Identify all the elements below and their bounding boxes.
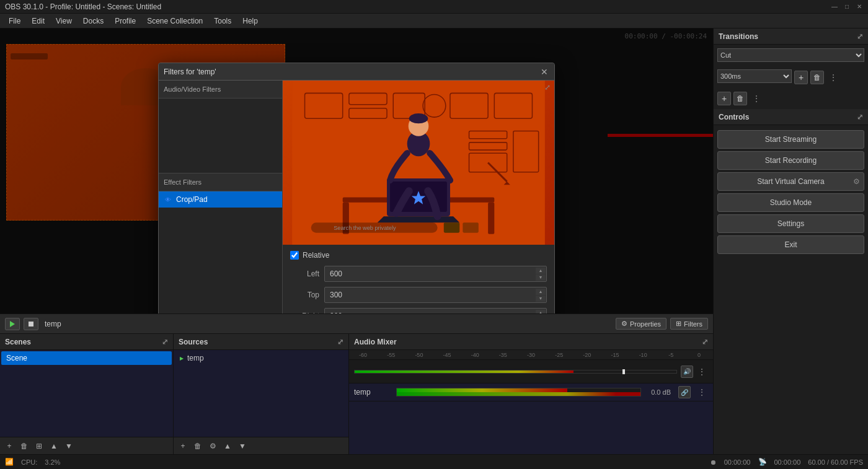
param-left-spin-up[interactable]: ▲ [536,268,546,274]
scene-add-button[interactable]: + [2,440,16,452]
virtual-camera-settings-icon[interactable]: ⚙ [851,177,861,186]
source-settings-button[interactable]: ⚙ [206,440,219,452]
filter-list-effect-content: 👁 Crop/Pad [159,191,282,313]
param-top-spinners: ▲ ▼ [536,287,546,303]
filter-close-button[interactable]: ✕ [539,67,549,77]
transitions-duration-select[interactable]: 300ms 500ms [717,69,792,83]
start-streaming-button[interactable]: Start Streaming [717,130,864,149]
settings-button[interactable]: Settings [717,214,864,233]
preview-expand-icon[interactable]: ⤢ [544,83,551,92]
param-left-label: Left [290,270,324,278]
start-recording-button[interactable]: Start Recording [717,151,864,170]
preview-section: Filters for 'temp' ✕ Audio/Video Filters… [0,28,713,313]
filter-list-audio-content [159,99,282,173]
svg-rect-27 [463,222,478,232]
audio-waveform-bar [354,370,677,374]
audio-mixer-panel: Audio Mixer ⤢ -60 -55 -50 -45 -40 [349,334,713,454]
stop-button[interactable] [24,318,38,330]
audio-more-button[interactable]: ⋮ [696,366,708,378]
scene-move-down-button[interactable]: ▼ [62,440,76,452]
maximize-button[interactable]: □ [843,3,851,11]
audio-mixer-content: -60 -55 -50 -45 -40 -35 -30 -25 -20 -15 … [349,350,713,454]
param-right-input[interactable] [324,308,547,313]
source-move-down-button[interactable]: ▼ [236,440,249,452]
audio-mixer-expand-icon[interactable]: ⤢ [702,338,708,346]
filter-preview-area: Search the web privately ⤢ [283,81,554,245]
svg-rect-26 [444,222,459,232]
source-move-up-button[interactable]: ▲ [221,440,234,452]
source-add-button[interactable]: + [176,440,190,452]
param-left-spin-down[interactable]: ▼ [536,274,546,281]
param-top-input[interactable] [324,287,547,303]
transitions-panel-label: Transitions [719,32,758,41]
audio-track-more-btn[interactable]: ⋮ [696,386,708,398]
transport-bar: temp ⚙ Properties ⊞ Filters [0,313,713,333]
studio-mode-button[interactable]: Studio Mode [717,193,864,212]
scenes-expand-icon[interactable]: ⤢ [162,338,168,346]
audio-mute-button[interactable]: 🔊 [681,366,693,378]
tick-0: 0 [685,352,713,358]
transitions-add-btn[interactable]: + [794,71,808,84]
play-button[interactable] [5,318,20,330]
titlebar-title: OBS 30.1.0 - Profile: Untitled - Scenes:… [5,2,161,11]
exit-button[interactable]: Exit [717,235,864,254]
filter-item-crop[interactable]: 👁 Crop/Pad [159,191,282,208]
param-right-spin-up[interactable]: ▲ [536,310,546,314]
start-virtual-camera-button[interactable]: Start Virtual Camera ⚙ [717,172,864,191]
close-button[interactable]: ✕ [856,3,863,11]
transitions-select[interactable]: Cut Fade Swipe [717,48,864,62]
controls-expand-icon[interactable]: ⤢ [857,113,863,121]
filter-dialog-titlebar: Filters for 'temp' ✕ [159,63,554,81]
tick--5: -5 [657,352,685,358]
param-left-input[interactable] [324,266,547,282]
transitions-more-btn[interactable]: ⋮ [826,71,840,84]
audio-track-settings-btn[interactable]: 🔗 [678,386,691,398]
filter-eye-icon[interactable]: 👁 [164,195,172,204]
filter-icon: ⊞ [676,320,681,328]
controls-header: Controls ⤢ [714,109,868,125]
menu-edit[interactable]: Edit [27,15,50,27]
remove-transition-btn[interactable]: 🗑 [733,92,747,105]
properties-button[interactable]: ⚙ Properties [616,318,666,330]
sources-toolbar: + 🗑 ⚙ ▲ ▼ [174,437,348,454]
add-transition-btn[interactable]: + [717,92,731,105]
scene-item-0[interactable]: Scene [1,351,172,365]
param-top-spin-down[interactable]: ▼ [536,296,546,302]
status-fps: 60.00 / 60.00 FPS [808,458,863,466]
bottom-section: Scenes ⤢ Scene + 🗑 ⊞ ▲ [0,333,713,454]
scene-item-label: Scene [6,354,27,362]
sources-panel: Sources ⤢ ▶ temp + 🗑 ⚙ [174,334,349,454]
param-left-row: Left ▲ ▼ [290,266,547,282]
menu-profile[interactable]: Profile [110,15,141,27]
source-delete-button[interactable]: 🗑 [191,440,205,452]
sources-expand-icon[interactable]: ⤢ [337,338,343,346]
filters-button[interactable]: ⊞ Filters [670,318,708,330]
relative-checkbox[interactable] [290,251,299,260]
menu-scene-collection[interactable]: Scene Collection [142,15,208,27]
param-top-label: Top [290,291,324,299]
status-stream-time: 00:00:00 [774,458,801,466]
filter-preview-image: Search the web privately ⤢ [283,81,554,245]
menu-tools[interactable]: Tools [209,15,236,27]
filter-item-label: Crop/Pad [176,195,208,204]
minimize-button[interactable]: — [831,3,838,11]
param-left-input-wrap: ▲ ▼ [324,266,547,282]
menu-help[interactable]: Help [237,15,263,27]
param-top-spin-up[interactable]: ▲ [536,289,546,295]
menu-file[interactable]: File [4,15,25,27]
menubar: File Edit View Docks Profile Scene Colle… [0,14,868,28]
audio-controls-right: 🔊 ⋮ [681,366,708,378]
transitions-delete-btn[interactable]: 🗑 [810,71,824,84]
audio-volume-handle[interactable] [622,369,625,374]
source-item-0[interactable]: ▶ temp [175,351,347,365]
scene-filter-button[interactable]: ⊞ [32,440,46,452]
audio-meter [396,388,641,397]
transitions-options-btn[interactable]: ⋮ [750,92,763,105]
menu-docks[interactable]: Docks [78,15,108,27]
transitions-expand-icon[interactable]: ⤢ [857,32,863,41]
scene-move-up-button[interactable]: ▲ [47,440,61,452]
preview-illustration: Search the web privately [283,81,554,245]
menu-view[interactable]: View [51,15,77,27]
scene-delete-button[interactable]: 🗑 [17,440,31,452]
audio-track-row: temp 0.0 dB 🔗 ⋮ [349,384,713,401]
